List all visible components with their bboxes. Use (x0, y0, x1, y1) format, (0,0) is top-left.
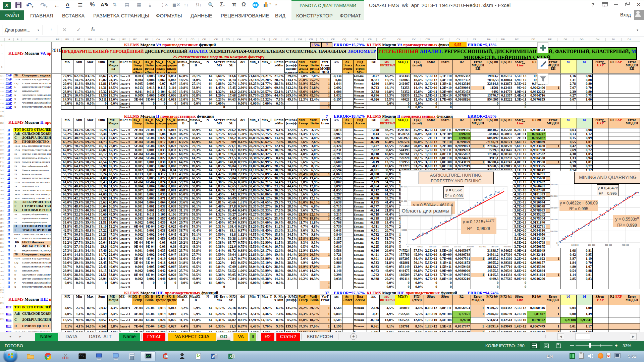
svg-text:200 000: 200 000 (550, 207, 558, 209)
svg-text:400 000: 400 000 (503, 246, 511, 248)
svg-text:0: 0 (406, 243, 408, 245)
svg-text:50000: 50000 (418, 246, 423, 248)
svg-text:250 000: 250 000 (466, 246, 474, 248)
svg-text:100 000: 100 000 (429, 246, 436, 248)
svg-text:300 000: 300 000 (479, 246, 486, 248)
svg-text:200 000: 200 000 (454, 246, 461, 248)
svg-text:350 000: 350 000 (401, 186, 408, 188)
svg-text:0: 0 (407, 246, 409, 248)
svg-text:W: W (212, 355, 215, 358)
svg-text:150 000: 150 000 (441, 246, 449, 248)
svg-text:50000: 50000 (401, 229, 407, 231)
svg-text:400 000: 400 000 (622, 244, 629, 246)
svg-text:100 000: 100 000 (571, 244, 579, 246)
svg-text:300 000: 300 000 (401, 200, 408, 202)
svg-text:200 000: 200 000 (588, 244, 595, 246)
svg-text:350 000: 350 000 (491, 246, 498, 248)
svg-text:150 000: 150 000 (550, 219, 558, 221)
svg-text:250 000: 250 000 (550, 195, 558, 197)
svg-text:0: 0 (557, 244, 559, 246)
svg-text:X: X (229, 355, 232, 358)
svg-text:300 000: 300 000 (605, 244, 612, 246)
svg-text:300 000: 300 000 (550, 183, 558, 185)
svg-text:100 000: 100 000 (550, 230, 558, 232)
